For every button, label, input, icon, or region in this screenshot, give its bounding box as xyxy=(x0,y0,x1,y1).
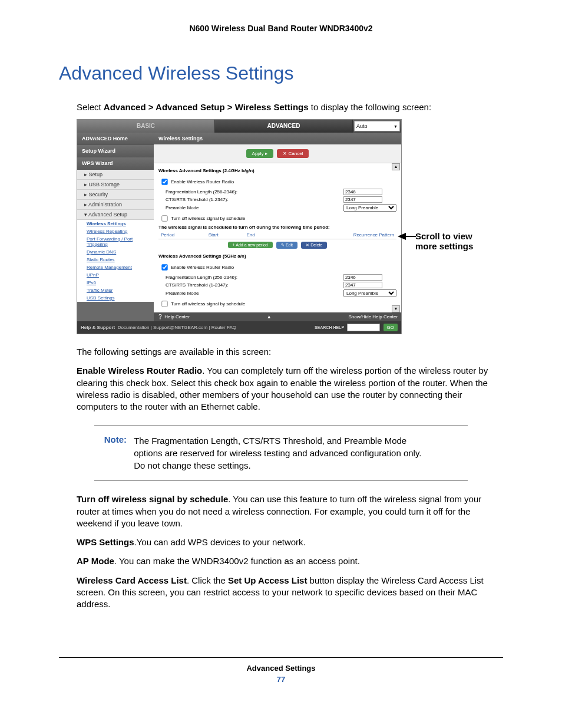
cts-label-5: CTS/RTS Threshold (1-2347): xyxy=(158,282,343,288)
turnoff-label-24: Turn off wireless signal by schedule xyxy=(171,216,245,221)
p2-bold: Turn off wireless signal by schedule xyxy=(77,494,228,504)
search-help-label: SEARCH HELP xyxy=(315,325,344,330)
arrow-icon xyxy=(398,233,406,240)
p3-text: .You can add WPS devices to your network… xyxy=(134,537,306,547)
turnoff-checkbox-5[interactable] xyxy=(161,301,167,307)
arrow-line xyxy=(405,236,416,237)
frag-row-24: Fragmentation Length (256-2346): xyxy=(158,188,396,196)
search-input[interactable] xyxy=(347,324,380,331)
turnoff-row-5: Turn off wireless signal by schedule xyxy=(158,298,396,310)
note-block: Note: The Fragmentation Length, CTS/RTS … xyxy=(94,426,468,480)
page-title: Advanced Wireless Settings xyxy=(59,62,503,84)
apply-button[interactable]: Apply ▸ xyxy=(246,149,273,158)
scroll-down-icon[interactable]: ▼ xyxy=(392,305,400,312)
sidebar-setup[interactable]: ▸ Setup xyxy=(77,170,154,180)
frag-input-24[interactable] xyxy=(343,189,382,195)
page-footer: Advanced Settings 77 xyxy=(59,657,503,684)
content-header: Wireless Settings xyxy=(154,133,401,144)
tab-row: BASIC ADVANCED Auto ▼ xyxy=(77,120,401,133)
p5-mid: . Click the xyxy=(187,575,228,585)
preamble-row-24: Preamble Mode Long Preamble xyxy=(158,203,396,212)
note-text: The Fragmentation Length, CTS/RTS Thresh… xyxy=(134,434,428,472)
schedule-table: Period Start End Recurrence Pattern xyxy=(158,231,396,239)
preamble-label-5: Preamble Mode xyxy=(158,291,343,296)
footer-bar: Help & Support Documentation | Support@N… xyxy=(77,321,401,334)
content-pane: Wireless Settings Apply ▸ ✕ Cancel ▲ Wir… xyxy=(154,133,401,321)
sidebar-port-forwarding[interactable]: Port Forwarding / Port Triggering xyxy=(77,235,154,248)
p1-bold: Enable Wireless Router Radio xyxy=(77,365,202,375)
sidebar-upnp[interactable]: UPnP xyxy=(77,271,154,279)
screenshot-wrap: BASIC ADVANCED Auto ▼ ADVANCED Home Setu… xyxy=(77,119,503,334)
frag-row-5: Fragmentation Length (256-2346): xyxy=(158,274,396,281)
section-5ghz: Wireless Advanced Settings (5GHz a/n) xyxy=(158,251,396,261)
preamble-row-5: Preamble Mode Long Preamble xyxy=(158,289,396,298)
add-period-button[interactable]: + Add a new period xyxy=(228,242,273,248)
section-24ghz: Wireless Advanced Settings (2.4GHz b/g/n… xyxy=(158,166,396,176)
tab-basic[interactable]: BASIC xyxy=(77,120,215,133)
settings-body: ▲ Wireless Advanced Settings (2.4GHz b/g… xyxy=(154,163,401,312)
sidebar-home[interactable]: ADVANCED Home xyxy=(77,133,154,145)
para-turnoff: Turn off wireless signal by schedule. Yo… xyxy=(77,493,503,529)
col-recurrence: Recurrence Pattern xyxy=(278,231,396,239)
cts-row-24: CTS/RTS Threshold (1-2347): xyxy=(158,196,396,203)
cancel-button[interactable]: ✕ Cancel xyxy=(277,149,309,158)
go-button[interactable]: GO xyxy=(384,324,398,331)
auto-select[interactable]: Auto ▼ xyxy=(354,121,400,131)
note-label: Note: xyxy=(94,434,131,444)
tab-advanced[interactable]: ADVANCED xyxy=(215,120,353,133)
col-period: Period xyxy=(158,231,206,239)
sidebar-wireless-repeating[interactable]: Wireless Repeating xyxy=(77,228,154,235)
enable-radio-label-5: Enable Wireless Router Radio xyxy=(171,265,234,270)
button-row: Apply ▸ ✕ Cancel xyxy=(154,144,401,163)
sidebar-usb-settings[interactable]: USB Settings xyxy=(77,294,154,302)
scroll-up-icon[interactable]: ▲ xyxy=(392,163,400,170)
preamble-select-5[interactable]: Long Preamble xyxy=(343,289,396,297)
faq-link[interactable]: Router FAQ xyxy=(211,325,236,330)
frag-input-5[interactable] xyxy=(343,274,382,281)
help-center-label[interactable]: ❔ Help Center xyxy=(157,314,190,319)
sidebar-ipv6[interactable]: IPv6 xyxy=(77,279,154,286)
enable-radio-row-24: Enable Wireless Router Radio xyxy=(158,176,396,188)
turnoff-checkbox-24[interactable] xyxy=(161,215,167,221)
sidebar-setup-wizard[interactable]: Setup Wizard xyxy=(77,145,154,157)
delete-button[interactable]: ✕ Delete xyxy=(301,242,327,249)
doc-link[interactable]: Documentation xyxy=(118,325,150,330)
sidebar-static-routes[interactable]: Static Routes xyxy=(77,256,154,263)
annotation-text: Scroll to view more settings xyxy=(415,231,492,251)
col-end: End xyxy=(244,231,278,239)
sidebar-remote-mgmt[interactable]: Remote Management xyxy=(77,263,154,271)
sidebar-wireless-settings[interactable]: Wireless Settings xyxy=(77,220,154,228)
support-link[interactable]: Support@NETGEAR.com xyxy=(153,325,207,330)
col-start: Start xyxy=(206,231,244,239)
sidebar: ADVANCED Home Setup Wizard WPS Wizard ▸ … xyxy=(77,133,154,321)
sidebar-traffic[interactable]: Traffic Meter xyxy=(77,286,154,294)
sidebar-ddns[interactable]: Dynamic DNS xyxy=(77,248,154,256)
enable-radio-checkbox-5[interactable] xyxy=(161,264,167,270)
caret-down-icon: ▼ xyxy=(394,124,398,129)
cts-input-24[interactable] xyxy=(343,196,382,203)
p5-bold: Wireless Card Access List xyxy=(77,575,187,585)
cts-input-5[interactable] xyxy=(343,282,382,288)
edit-button[interactable]: ✎ Edit xyxy=(276,242,297,249)
p4-bold: AP Mode xyxy=(77,556,114,566)
enable-radio-label-24: Enable Wireless Router Radio xyxy=(171,179,234,185)
intro-post: to display the following screen: xyxy=(309,102,431,112)
sidebar-usb[interactable]: ▸ USB Storage xyxy=(77,180,154,190)
preamble-select-24[interactable]: Long Preamble xyxy=(343,204,396,212)
help-bar: ❔ Help Center ▲ Show/Hide Help Center xyxy=(154,312,401,321)
p4-text: . You can make the WNDR3400v2 function a… xyxy=(114,556,360,566)
footer-section: Advanced Settings xyxy=(59,664,503,673)
intro-pre: Select xyxy=(77,102,104,112)
sidebar-security[interactable]: ▸ Security xyxy=(77,190,154,200)
turnoff-label-5: Turn off wireless signal by schedule xyxy=(171,301,245,307)
sidebar-admin[interactable]: ▸ Administration xyxy=(77,200,154,210)
ui-body: ADVANCED Home Setup Wizard WPS Wizard ▸ … xyxy=(77,133,401,321)
enable-radio-checkbox-24[interactable] xyxy=(161,179,167,185)
sidebar-wps-wizard[interactable]: WPS Wizard xyxy=(77,157,154,170)
show-hide-help[interactable]: Show/Hide Help Center xyxy=(348,314,398,319)
para-wps: WPS Settings.You can add WPS devices to … xyxy=(77,536,503,548)
cts-row-5: CTS/RTS Threshold (1-2347): xyxy=(158,281,396,289)
enable-radio-row-5: Enable Wireless Router Radio xyxy=(158,261,396,274)
sidebar-advanced-setup[interactable]: ▾ Advanced Setup xyxy=(77,210,154,220)
frag-label-24: Fragmentation Length (256-2346): xyxy=(158,189,343,195)
